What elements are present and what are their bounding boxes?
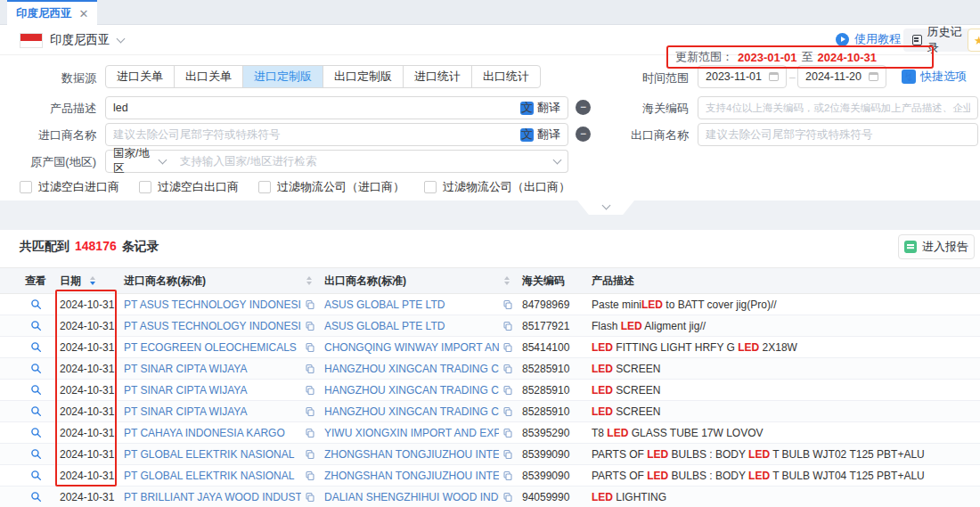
calendar-icon[interactable] xyxy=(869,72,878,81)
checkbox-icon[interactable] xyxy=(139,181,151,193)
filter-label: 过滤物流公司（进口商） xyxy=(277,179,404,195)
copy-icon[interactable] xyxy=(502,406,513,417)
view-details-button[interactable] xyxy=(30,491,42,503)
exporter-name[interactable]: HANGZHOU XINGCAN TRADING CO LTD xyxy=(324,363,499,375)
origin-type-select[interactable]: 国家/地区 xyxy=(105,150,174,173)
favorite-button-partial[interactable]: ★ xyxy=(968,29,980,52)
copy-icon[interactable] xyxy=(305,342,315,353)
row-date: 2024-10-31 xyxy=(60,384,114,397)
close-icon[interactable]: ✕ xyxy=(79,8,89,20)
matched-prefix: 共匹配到 xyxy=(20,239,69,255)
importer-name[interactable]: PT GLOBAL ELEKTRIK NASIONAL xyxy=(124,470,301,482)
translate-icon xyxy=(520,102,534,115)
tab-import-custom[interactable]: 进口定制版 xyxy=(243,66,323,87)
copy-icon[interactable] xyxy=(502,492,513,503)
filter-logistics-exporter[interactable]: 过滤物流公司（出口商） xyxy=(424,179,570,195)
enter-report-button[interactable]: 进入报告 xyxy=(898,234,975,259)
copy-icon[interactable] xyxy=(502,321,513,331)
view-details-button[interactable] xyxy=(30,405,42,417)
checkbox-icon[interactable] xyxy=(20,181,32,193)
tab-export-declaration[interactable]: 出口关单 xyxy=(175,66,243,87)
copy-icon[interactable] xyxy=(502,428,513,438)
exporter-name[interactable]: ZHONGSHAN TONGJIUZHOU INTERNA... xyxy=(324,448,499,461)
tab-import-stats[interactable]: 进口统计 xyxy=(404,66,472,87)
importer-name[interactable]: PT ECOGREEN OLEOCHEMICALS xyxy=(124,341,301,354)
view-details-button[interactable] xyxy=(30,384,42,396)
importer-name[interactable]: PT SINAR CIPTA WIJAYA xyxy=(124,405,301,418)
exporter-label: 出口商名称 xyxy=(607,127,689,143)
copy-icon[interactable] xyxy=(502,470,513,481)
exporter-name[interactable]: HANGZHOU XINGCAN TRADING CO LTD xyxy=(324,384,499,397)
exclude-icon[interactable] xyxy=(576,127,591,142)
exporter-name[interactable]: YIWU XIONGXIN IMPORT AND EXPORT... xyxy=(324,427,499,439)
copy-icon[interactable] xyxy=(502,385,513,396)
exporter-name[interactable]: ASUS GLOBAL PTE LTD xyxy=(324,298,499,311)
importer-name[interactable]: PT SINAR CIPTA WIJAYA xyxy=(124,384,301,397)
row-date: 2024-10-31 xyxy=(60,341,114,354)
chevron-down-icon[interactable] xyxy=(553,155,562,164)
importer-name[interactable]: PT SINAR CIPTA WIJAYA xyxy=(124,363,301,375)
collapse-panel-handle[interactable] xyxy=(577,200,634,215)
quick-options-link[interactable]: 快捷选项 xyxy=(902,69,967,85)
copy-icon[interactable] xyxy=(305,449,315,460)
translate-button[interactable]: 翻译 xyxy=(520,100,560,116)
checkbox-icon[interactable] xyxy=(424,181,437,193)
sort-icon-exporter[interactable] xyxy=(504,276,510,285)
copy-icon[interactable] xyxy=(305,470,315,481)
exporter-name[interactable]: ZHONGSHAN TONGJIUZHOU INTERNA... xyxy=(324,470,499,482)
copy-icon[interactable] xyxy=(502,299,513,310)
importer-name[interactable]: PT GLOBAL ELEKTRIK NASIONAL xyxy=(124,448,301,461)
copy-icon[interactable] xyxy=(305,364,315,374)
row-product-desc: PARTS OF LED BULBS : BODY LED T BULB WJT… xyxy=(588,448,980,461)
copy-icon[interactable] xyxy=(305,385,315,396)
view-details-button[interactable] xyxy=(30,341,42,353)
exporter-name[interactable]: HANGZHOU XINGCAN TRADING CO LTD xyxy=(324,405,499,418)
copy-icon[interactable] xyxy=(305,492,315,503)
tab-indonesia[interactable]: 印度尼西亚 ✕ xyxy=(7,0,97,25)
importer-input[interactable] xyxy=(113,128,516,141)
sort-icon-date[interactable] xyxy=(90,276,95,285)
copy-icon[interactable] xyxy=(502,342,513,353)
indonesia-flag-icon xyxy=(20,33,43,48)
copy-icon[interactable] xyxy=(305,428,315,438)
copy-icon[interactable] xyxy=(305,321,315,331)
translate-button[interactable]: 翻译 xyxy=(520,127,560,143)
product-desc-input[interactable] xyxy=(113,102,516,114)
importer-label: 进口商名称 xyxy=(14,127,96,143)
end-date-input[interactable] xyxy=(805,70,864,83)
importer-name[interactable]: PT BRILLIANT JAYA WOOD INDUSTRY xyxy=(124,491,301,503)
importer-name[interactable]: PT CAHAYA INDONESIA KARGO xyxy=(124,427,301,439)
view-details-button[interactable] xyxy=(30,298,42,310)
search-icon xyxy=(30,341,42,353)
origin-input[interactable] xyxy=(180,155,550,168)
exporter-name[interactable]: DALIAN SHENGZHIHUI WOOD INDUST... xyxy=(324,491,499,503)
importer-name[interactable]: PT ASUS TECHNOLOGY INDONESIA BA... xyxy=(124,298,301,311)
view-details-button[interactable] xyxy=(30,427,42,438)
filter-blank-importer[interactable]: 过滤空白进口商 xyxy=(20,179,119,195)
hs-code-input[interactable] xyxy=(706,102,970,113)
row-product-desc: LED SCREEN xyxy=(588,384,980,397)
exporter-input[interactable] xyxy=(706,128,970,141)
calendar-icon[interactable] xyxy=(769,72,779,81)
tab-export-stats[interactable]: 出口统计 xyxy=(472,66,540,87)
sort-icon-importer[interactable] xyxy=(306,276,312,285)
exporter-name[interactable]: ASUS GLOBAL PTE LTD xyxy=(324,320,499,332)
tab-export-custom[interactable]: 出口定制版 xyxy=(323,66,404,87)
copy-icon[interactable] xyxy=(502,449,513,460)
view-details-button[interactable] xyxy=(30,363,42,374)
checkbox-icon[interactable] xyxy=(258,181,271,193)
exclude-icon[interactable] xyxy=(576,100,591,115)
tab-import-declaration[interactable]: 进口关单 xyxy=(106,66,175,87)
exporter-name[interactable]: CHONGQING WINWAY IMPORT AND E... xyxy=(324,341,499,354)
filter-blank-exporter[interactable]: 过滤空白出口商 xyxy=(139,179,239,195)
filter-logistics-importer[interactable]: 过滤物流公司（进口商） xyxy=(258,179,404,195)
country-selector[interactable]: 印度尼西亚 xyxy=(20,32,124,48)
view-details-button[interactable] xyxy=(30,320,42,331)
importer-name[interactable]: PT ASUS TECHNOLOGY INDONESIA BA... xyxy=(124,320,301,332)
view-details-button[interactable] xyxy=(30,470,42,481)
copy-icon[interactable] xyxy=(502,364,513,374)
start-date-input[interactable] xyxy=(706,70,764,83)
view-details-button[interactable] xyxy=(30,448,42,460)
copy-icon[interactable] xyxy=(305,406,315,417)
copy-icon[interactable] xyxy=(305,299,315,310)
